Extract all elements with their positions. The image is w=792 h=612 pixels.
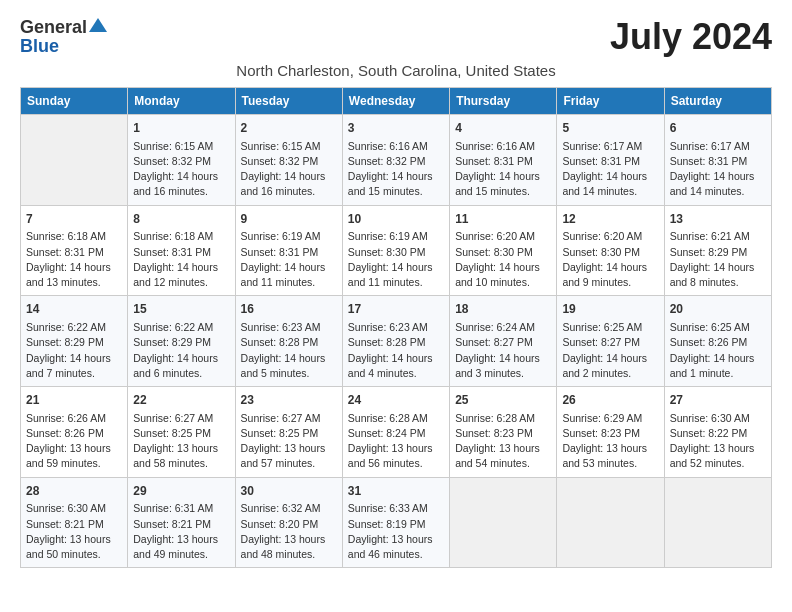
calendar-cell: 5Sunrise: 6:17 AM Sunset: 8:31 PM Daylig… bbox=[557, 115, 664, 206]
day-info: Sunrise: 6:15 AM Sunset: 8:32 PM Dayligh… bbox=[133, 139, 229, 200]
day-number: 9 bbox=[241, 211, 337, 228]
day-info: Sunrise: 6:22 AM Sunset: 8:29 PM Dayligh… bbox=[26, 320, 122, 381]
day-info: Sunrise: 6:32 AM Sunset: 8:20 PM Dayligh… bbox=[241, 501, 337, 562]
header-thursday: Thursday bbox=[450, 88, 557, 115]
day-number: 11 bbox=[455, 211, 551, 228]
day-number: 24 bbox=[348, 392, 444, 409]
calendar-cell bbox=[664, 477, 771, 568]
day-number: 6 bbox=[670, 120, 766, 137]
day-info: Sunrise: 6:25 AM Sunset: 8:26 PM Dayligh… bbox=[670, 320, 766, 381]
calendar-cell bbox=[450, 477, 557, 568]
day-number: 13 bbox=[670, 211, 766, 228]
calendar-cell: 3Sunrise: 6:16 AM Sunset: 8:32 PM Daylig… bbox=[342, 115, 449, 206]
day-number: 23 bbox=[241, 392, 337, 409]
day-info: Sunrise: 6:21 AM Sunset: 8:29 PM Dayligh… bbox=[670, 229, 766, 290]
calendar-cell: 10Sunrise: 6:19 AM Sunset: 8:30 PM Dayli… bbox=[342, 205, 449, 296]
day-info: Sunrise: 6:19 AM Sunset: 8:31 PM Dayligh… bbox=[241, 229, 337, 290]
day-number: 22 bbox=[133, 392, 229, 409]
logo-blue-text: Blue bbox=[20, 37, 59, 55]
calendar-week-row: 7Sunrise: 6:18 AM Sunset: 8:31 PM Daylig… bbox=[21, 205, 772, 296]
day-info: Sunrise: 6:22 AM Sunset: 8:29 PM Dayligh… bbox=[133, 320, 229, 381]
calendar-cell: 1Sunrise: 6:15 AM Sunset: 8:32 PM Daylig… bbox=[128, 115, 235, 206]
day-number: 25 bbox=[455, 392, 551, 409]
calendar-cell: 14Sunrise: 6:22 AM Sunset: 8:29 PM Dayli… bbox=[21, 296, 128, 387]
day-number: 18 bbox=[455, 301, 551, 318]
day-number: 27 bbox=[670, 392, 766, 409]
day-number: 26 bbox=[562, 392, 658, 409]
day-number: 21 bbox=[26, 392, 122, 409]
day-info: Sunrise: 6:16 AM Sunset: 8:32 PM Dayligh… bbox=[348, 139, 444, 200]
calendar-table: SundayMondayTuesdayWednesdayThursdayFrid… bbox=[20, 87, 772, 568]
header-monday: Monday bbox=[128, 88, 235, 115]
calendar-cell: 7Sunrise: 6:18 AM Sunset: 8:31 PM Daylig… bbox=[21, 205, 128, 296]
calendar-cell: 27Sunrise: 6:30 AM Sunset: 8:22 PM Dayli… bbox=[664, 387, 771, 478]
day-number: 3 bbox=[348, 120, 444, 137]
logo-general-text: General bbox=[20, 18, 87, 36]
day-info: Sunrise: 6:27 AM Sunset: 8:25 PM Dayligh… bbox=[133, 411, 229, 472]
calendar-cell: 9Sunrise: 6:19 AM Sunset: 8:31 PM Daylig… bbox=[235, 205, 342, 296]
day-number: 31 bbox=[348, 483, 444, 500]
calendar-cell: 29Sunrise: 6:31 AM Sunset: 8:21 PM Dayli… bbox=[128, 477, 235, 568]
calendar-cell: 16Sunrise: 6:23 AM Sunset: 8:28 PM Dayli… bbox=[235, 296, 342, 387]
calendar-cell: 2Sunrise: 6:15 AM Sunset: 8:32 PM Daylig… bbox=[235, 115, 342, 206]
calendar-cell: 4Sunrise: 6:16 AM Sunset: 8:31 PM Daylig… bbox=[450, 115, 557, 206]
logo: General Blue bbox=[20, 16, 107, 55]
calendar-header-row: SundayMondayTuesdayWednesdayThursdayFrid… bbox=[21, 88, 772, 115]
day-number: 17 bbox=[348, 301, 444, 318]
calendar-cell: 31Sunrise: 6:33 AM Sunset: 8:19 PM Dayli… bbox=[342, 477, 449, 568]
day-number: 15 bbox=[133, 301, 229, 318]
day-info: Sunrise: 6:16 AM Sunset: 8:31 PM Dayligh… bbox=[455, 139, 551, 200]
logo-icon bbox=[89, 16, 107, 34]
calendar-week-row: 21Sunrise: 6:26 AM Sunset: 8:26 PM Dayli… bbox=[21, 387, 772, 478]
day-info: Sunrise: 6:17 AM Sunset: 8:31 PM Dayligh… bbox=[562, 139, 658, 200]
day-info: Sunrise: 6:19 AM Sunset: 8:30 PM Dayligh… bbox=[348, 229, 444, 290]
day-info: Sunrise: 6:30 AM Sunset: 8:22 PM Dayligh… bbox=[670, 411, 766, 472]
day-info: Sunrise: 6:18 AM Sunset: 8:31 PM Dayligh… bbox=[133, 229, 229, 290]
calendar-cell bbox=[557, 477, 664, 568]
day-info: Sunrise: 6:23 AM Sunset: 8:28 PM Dayligh… bbox=[348, 320, 444, 381]
day-info: Sunrise: 6:26 AM Sunset: 8:26 PM Dayligh… bbox=[26, 411, 122, 472]
day-info: Sunrise: 6:28 AM Sunset: 8:23 PM Dayligh… bbox=[455, 411, 551, 472]
header: General Blue July 2024 bbox=[20, 16, 772, 58]
svg-marker-0 bbox=[89, 18, 107, 32]
calendar-cell: 25Sunrise: 6:28 AM Sunset: 8:23 PM Dayli… bbox=[450, 387, 557, 478]
calendar-week-row: 14Sunrise: 6:22 AM Sunset: 8:29 PM Dayli… bbox=[21, 296, 772, 387]
day-number: 28 bbox=[26, 483, 122, 500]
day-info: Sunrise: 6:23 AM Sunset: 8:28 PM Dayligh… bbox=[241, 320, 337, 381]
day-number: 20 bbox=[670, 301, 766, 318]
day-info: Sunrise: 6:29 AM Sunset: 8:23 PM Dayligh… bbox=[562, 411, 658, 472]
calendar-cell: 24Sunrise: 6:28 AM Sunset: 8:24 PM Dayli… bbox=[342, 387, 449, 478]
calendar-cell bbox=[21, 115, 128, 206]
calendar-cell: 11Sunrise: 6:20 AM Sunset: 8:30 PM Dayli… bbox=[450, 205, 557, 296]
day-number: 1 bbox=[133, 120, 229, 137]
location-title: North Charleston, South Carolina, United… bbox=[20, 62, 772, 79]
calendar-week-row: 28Sunrise: 6:30 AM Sunset: 8:21 PM Dayli… bbox=[21, 477, 772, 568]
calendar-cell: 18Sunrise: 6:24 AM Sunset: 8:27 PM Dayli… bbox=[450, 296, 557, 387]
day-info: Sunrise: 6:17 AM Sunset: 8:31 PM Dayligh… bbox=[670, 139, 766, 200]
day-info: Sunrise: 6:30 AM Sunset: 8:21 PM Dayligh… bbox=[26, 501, 122, 562]
day-number: 12 bbox=[562, 211, 658, 228]
calendar-cell: 6Sunrise: 6:17 AM Sunset: 8:31 PM Daylig… bbox=[664, 115, 771, 206]
calendar-cell: 8Sunrise: 6:18 AM Sunset: 8:31 PM Daylig… bbox=[128, 205, 235, 296]
calendar-cell: 19Sunrise: 6:25 AM Sunset: 8:27 PM Dayli… bbox=[557, 296, 664, 387]
header-tuesday: Tuesday bbox=[235, 88, 342, 115]
day-info: Sunrise: 6:25 AM Sunset: 8:27 PM Dayligh… bbox=[562, 320, 658, 381]
day-info: Sunrise: 6:31 AM Sunset: 8:21 PM Dayligh… bbox=[133, 501, 229, 562]
day-number: 19 bbox=[562, 301, 658, 318]
day-number: 10 bbox=[348, 211, 444, 228]
day-number: 29 bbox=[133, 483, 229, 500]
day-info: Sunrise: 6:15 AM Sunset: 8:32 PM Dayligh… bbox=[241, 139, 337, 200]
day-info: Sunrise: 6:27 AM Sunset: 8:25 PM Dayligh… bbox=[241, 411, 337, 472]
calendar-cell: 13Sunrise: 6:21 AM Sunset: 8:29 PM Dayli… bbox=[664, 205, 771, 296]
day-info: Sunrise: 6:24 AM Sunset: 8:27 PM Dayligh… bbox=[455, 320, 551, 381]
day-number: 4 bbox=[455, 120, 551, 137]
calendar-cell: 21Sunrise: 6:26 AM Sunset: 8:26 PM Dayli… bbox=[21, 387, 128, 478]
day-info: Sunrise: 6:33 AM Sunset: 8:19 PM Dayligh… bbox=[348, 501, 444, 562]
day-info: Sunrise: 6:28 AM Sunset: 8:24 PM Dayligh… bbox=[348, 411, 444, 472]
header-saturday: Saturday bbox=[664, 88, 771, 115]
day-number: 16 bbox=[241, 301, 337, 318]
day-number: 14 bbox=[26, 301, 122, 318]
calendar-cell: 15Sunrise: 6:22 AM Sunset: 8:29 PM Dayli… bbox=[128, 296, 235, 387]
month-title: July 2024 bbox=[610, 16, 772, 58]
day-number: 7 bbox=[26, 211, 122, 228]
